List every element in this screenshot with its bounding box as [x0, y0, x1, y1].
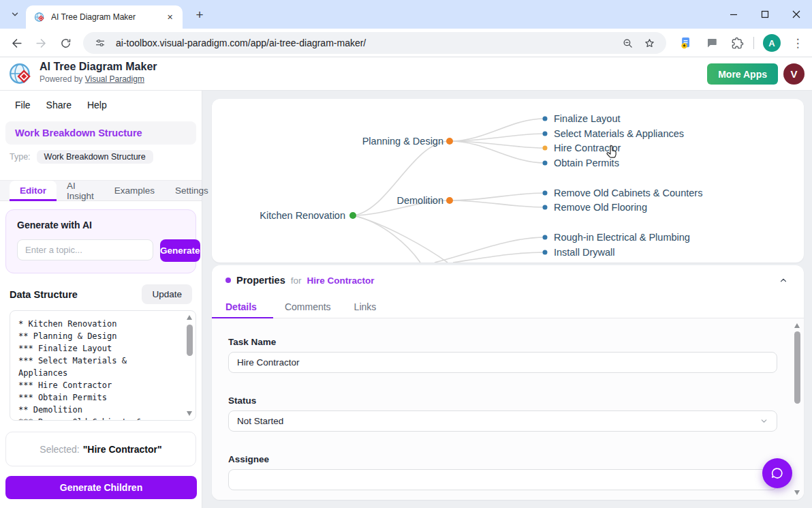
branch-node-dot[interactable]	[446, 197, 453, 204]
docs-offline-icon[interactable]	[677, 34, 695, 52]
scroll-up-icon[interactable]	[187, 315, 192, 320]
generate-children-button[interactable]: Generate Children	[5, 476, 197, 499]
tree-node-branch[interactable]: Demolition	[397, 194, 444, 207]
document-title[interactable]: Work Breakdown Structure	[5, 121, 196, 145]
data-structure-content[interactable]: * Kitchen Renovation ** Planning & Desig…	[10, 311, 196, 421]
minimize-icon[interactable]	[718, 0, 749, 29]
tab-title: AI Tree Diagram Maker	[51, 12, 164, 22]
app-header: AI Tree Diagram Maker Powered by Visual …	[0, 57, 812, 91]
sidebar-tabs: Editor AI Insight Examples Settings	[0, 180, 202, 201]
chat-fab-button[interactable]	[762, 458, 792, 488]
url-text[interactable]: ai-toolbox.visual-paradigm.com/app/ai-tr…	[116, 38, 619, 48]
zoom-out-icon[interactable]	[619, 34, 636, 52]
generate-panel-title: Generate with AI	[17, 220, 186, 230]
data-structure-scrollbar[interactable]	[185, 314, 194, 417]
scrollbar-thumb[interactable]	[187, 325, 193, 356]
scroll-up-icon[interactable]	[794, 323, 800, 328]
task-name-field[interactable]	[228, 352, 777, 373]
tree-node-leaf[interactable]: Select Materials & Appliances	[554, 127, 684, 140]
type-label: Type:	[10, 152, 31, 162]
tab-links[interactable]: Links	[343, 295, 388, 318]
app-menu: File Share Help	[0, 91, 202, 110]
tree-diagram	[212, 99, 804, 263]
chevron-down-icon	[760, 417, 768, 428]
tree-node-leaf[interactable]: Rough-in Electrical & Plumbing	[554, 230, 690, 244]
chat-bubble-icon	[770, 466, 785, 481]
leaf-node-dot[interactable]	[543, 235, 548, 240]
tab-comments[interactable]: Comments	[273, 295, 343, 318]
browser-profile-avatar[interactable]: A	[763, 34, 781, 52]
visual-paradigm-link[interactable]: Visual Paradigm	[85, 74, 144, 84]
mouse-cursor-pointer	[604, 144, 619, 160]
account-avatar[interactable]: V	[783, 63, 805, 85]
properties-header[interactable]: Properties for Hire Contractor	[212, 265, 804, 295]
status-value: Not Started	[237, 416, 283, 426]
tab-ai-insight[interactable]: AI Insight	[57, 181, 104, 200]
status-select[interactable]: Not Started	[228, 410, 777, 432]
leaf-node-dot[interactable]	[543, 161, 548, 166]
browser-toolbar: ai-toolbox.visual-paradigm.com/app/ai-tr…	[0, 29, 812, 57]
leaf-node-dot[interactable]	[543, 132, 548, 136]
properties-for-label: for	[291, 275, 302, 286]
reload-icon[interactable]	[56, 33, 75, 53]
extensions-icon[interactable]	[728, 34, 746, 52]
browser-menu-icon[interactable]: ⋮	[789, 34, 807, 52]
type-row: Type: Work Breakdown Structure	[10, 150, 202, 164]
tab-close-icon[interactable]: ✕	[164, 12, 176, 23]
purple-dot-icon	[225, 278, 231, 283]
scroll-down-icon[interactable]	[187, 411, 192, 416]
tab-editor[interactable]: Editor	[10, 181, 57, 200]
scroll-down-icon[interactable]	[794, 490, 800, 495]
comment-icon[interactable]	[703, 34, 721, 52]
scrollbar-thumb[interactable]	[794, 331, 800, 404]
leaf-node-dot[interactable]	[543, 250, 548, 255]
leaf-node-dot[interactable]	[543, 191, 548, 196]
bookmark-star-icon[interactable]	[640, 34, 658, 52]
tree-node-leaf[interactable]: Remove Old Cabinets & Counters	[554, 186, 702, 200]
tree-node-branch[interactable]: Planning & Design	[362, 134, 443, 148]
tree-node-leaf[interactable]: Remove Old Flooring	[554, 200, 647, 214]
status-label: Status	[228, 395, 777, 406]
tab-search-button[interactable]	[5, 5, 25, 24]
close-icon[interactable]	[781, 0, 812, 29]
chevron-down-icon	[10, 10, 20, 19]
properties-title: Properties	[236, 275, 285, 286]
update-button[interactable]: Update	[142, 284, 192, 304]
maximize-icon[interactable]	[749, 0, 781, 29]
menu-help[interactable]: Help	[87, 100, 107, 110]
tree-node-leaf[interactable]: Finalize Layout	[554, 112, 621, 125]
tab-settings[interactable]: Settings	[165, 181, 219, 200]
assignee-field[interactable]	[228, 469, 777, 490]
tree-diagram-canvas[interactable]: Kitchen Renovation Planning & Design Dem…	[212, 99, 804, 263]
assignee-label: Assignee	[228, 454, 777, 464]
leaf-node-dot[interactable]	[543, 117, 548, 121]
back-icon[interactable]	[7, 33, 26, 53]
forward-icon[interactable]	[31, 33, 50, 53]
new-tab-button[interactable]: +	[191, 6, 208, 24]
leaf-node-dot[interactable]	[543, 205, 548, 210]
branch-node-dot[interactable]	[446, 138, 453, 145]
collapse-chevron-up-icon[interactable]	[775, 272, 792, 288]
properties-scrollbar[interactable]	[793, 322, 802, 496]
window-controls	[718, 0, 812, 29]
topic-input[interactable]	[17, 239, 153, 260]
selected-value: "Hire Contractor"	[83, 444, 162, 455]
leaf-node-dot-selected[interactable]	[543, 146, 548, 151]
menu-file[interactable]: File	[15, 100, 31, 110]
browser-tab[interactable]: AI Tree Diagram Maker ✕	[26, 5, 183, 29]
tab-examples[interactable]: Examples	[104, 181, 165, 200]
tab-details[interactable]: Details	[225, 295, 273, 318]
properties-panel: Properties for Hire Contractor Details C…	[212, 265, 804, 500]
task-name-label: Task Name	[228, 337, 777, 347]
generate-button[interactable]: Generate	[160, 239, 200, 262]
data-structure-textarea[interactable]: * Kitchen Renovation ** Planning & Desig…	[10, 310, 196, 421]
menu-share[interactable]: Share	[46, 100, 72, 110]
tree-node-leaf[interactable]: Install Drywall	[554, 245, 614, 259]
site-info-icon[interactable]	[91, 34, 109, 52]
more-apps-button[interactable]: More Apps	[707, 63, 778, 85]
url-bar[interactable]: ai-toolbox.visual-paradigm.com/app/ai-tr…	[83, 32, 666, 54]
selected-node-box: Selected: "Hire Contractor"	[5, 432, 196, 466]
root-node-dot[interactable]	[349, 212, 356, 219]
tree-node-root[interactable]: Kitchen Renovation	[260, 209, 345, 222]
properties-content: Task Name Status Not Started Assignee	[212, 318, 804, 500]
